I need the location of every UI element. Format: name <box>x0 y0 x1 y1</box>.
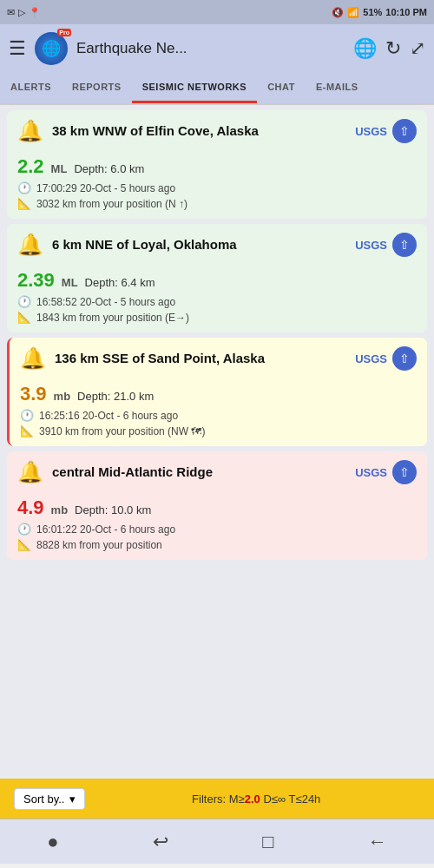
status-bar: ✉ ▷ 📍 🔇 📶 51% 10:10 PM <box>0 0 434 24</box>
tab-chat[interactable]: CHAT <box>257 73 306 103</box>
depth-2: Depth: 6.4 km <box>85 276 155 289</box>
compass-icon-4: 📐 <box>17 538 31 551</box>
tab-seismic-networks[interactable]: SEISMIC NETWORKS <box>132 73 257 103</box>
distance-row-3: 📐 3910 km from your position (NW 🗺) <box>20 424 417 437</box>
time-text: 10:10 PM <box>385 7 427 17</box>
magnitude-row-2: 2.39 ML Depth: 6.4 km <box>17 269 417 292</box>
filter-text: Filters: M≥2.0 D≤∞ T≤24h <box>92 792 420 806</box>
share-button-2[interactable]: ⇧ <box>392 233 417 257</box>
share-button-4[interactable]: ⇧ <box>392 460 417 484</box>
app-title: Earthquake Ne... <box>76 40 345 57</box>
card-header-4: 🔔 central Mid-Atlantic Ridge USGS ⇧ <box>7 451 427 493</box>
play-icon: ▷ <box>18 7 25 18</box>
location-1: 38 km WNW of Elfin Cove, Alaska <box>52 122 346 140</box>
earthquake-card-1[interactable]: 🔔 38 km WNW of Elfin Cove, Alaska USGS ⇧… <box>7 110 427 219</box>
magnitude-row-4: 4.9 mb Depth: 10.0 km <box>17 496 417 519</box>
time-2: 16:58:52 20-Oct - 5 hours ago <box>36 296 175 308</box>
earthquake-card-2[interactable]: 🔔 6 km NNE of Loyal, Oklahoma USGS ⇧ 2.3… <box>7 224 427 332</box>
sort-chevron-icon: ▾ <box>69 792 76 806</box>
distance-row-2: 📐 1843 km from your position (E→) <box>17 311 417 324</box>
location-3: 136 km SSE of Sand Point, Alaska <box>55 350 346 367</box>
source-badge-2: USGS <box>355 239 387 252</box>
header-actions: 🌐 ↻ ⤢ <box>353 37 425 60</box>
magnitude-unit-1: ML <box>51 162 68 175</box>
magnitude-value-3: 3.9 <box>20 383 47 405</box>
source-share-1: USGS ⇧ <box>355 119 417 143</box>
sort-label: Sort by.. <box>23 792 64 806</box>
magnitude-value-1: 2.2 <box>17 155 44 178</box>
clock-icon-1: 🕐 <box>17 181 31 194</box>
bottom-filter-bar: Sort by.. ▾ Filters: M≥2.0 D≤∞ T≤24h <box>0 779 434 819</box>
location-4: central Mid-Atlantic Ridge <box>52 464 346 481</box>
source-badge-3: USGS <box>355 352 387 365</box>
time-row-2: 🕐 16:58:52 20-Oct - 5 hours ago <box>17 295 417 308</box>
source-badge-4: USGS <box>355 466 387 479</box>
magnitude-row-3: 3.9 mb Depth: 21.0 km <box>20 383 417 405</box>
depth-3: Depth: 21.0 km <box>77 390 154 403</box>
distance-2: 1843 km from your position (E→) <box>36 312 189 324</box>
signal-icon: 📶 <box>347 7 359 18</box>
card-header-3: 🔔 136 km SSE of Sand Point, Alaska USGS … <box>10 338 427 379</box>
earthquake-card-3[interactable]: 🔔 136 km SSE of Sand Point, Alaska USGS … <box>7 338 427 446</box>
time-3: 16:25:16 20-Oct - 6 hours ago <box>39 410 178 422</box>
filter-time: T≤24h <box>289 792 321 806</box>
globe-icon[interactable]: 🌐 <box>353 37 377 60</box>
earthquake-icon-4: 🔔 <box>17 460 43 484</box>
card-details-2: 2.39 ML Depth: 6.4 km 🕐 16:58:52 20-Oct … <box>7 266 427 332</box>
filter-magnitude: 2.0 <box>245 792 260 806</box>
clock-icon-2: 🕐 <box>17 295 31 308</box>
app-logo: 🌐 Pro <box>35 32 68 65</box>
location-icon: 📍 <box>29 7 41 18</box>
compass-icon-2: 📐 <box>17 311 31 324</box>
earthquake-card-4[interactable]: 🔔 central Mid-Atlantic Ridge USGS ⇧ 4.9 … <box>7 451 427 560</box>
distance-3: 3910 km from your position (NW 🗺) <box>39 425 205 437</box>
time-1: 17:00:29 20-Oct - 5 hours ago <box>36 182 175 194</box>
time-row-3: 🕐 16:25:16 20-Oct - 6 hours ago <box>20 409 417 422</box>
magnitude-unit-2: ML <box>62 276 78 289</box>
back-icon[interactable]: ← <box>368 831 387 853</box>
card-header-2: 🔔 6 km NNE of Loyal, Oklahoma USGS ⇧ <box>7 224 427 266</box>
time-row-1: 🕐 17:00:29 20-Oct - 5 hours ago <box>17 181 417 194</box>
tab-reports[interactable]: REPORTS <box>62 73 132 103</box>
pro-badge: Pro <box>57 29 71 36</box>
status-right: 🔇 📶 51% 10:10 PM <box>332 7 427 18</box>
earthquake-icon-3: 🔔 <box>20 346 46 371</box>
refresh-icon[interactable]: ↻ <box>385 37 401 60</box>
magnitude-unit-3: mb <box>54 390 71 403</box>
expand-icon[interactable]: ⤢ <box>410 37 425 60</box>
magnitude-row-1: 2.2 ML Depth: 6.0 km <box>17 155 417 178</box>
home-icon[interactable]: □ <box>262 831 273 853</box>
source-share-2: USGS ⇧ <box>355 233 417 257</box>
tab-alerts[interactable]: ALERTS <box>0 73 62 103</box>
source-share-4: USGS ⇧ <box>355 460 417 484</box>
nav-tabs: ALERTS REPORTS SEISMIC NETWORKS CHAT E-M… <box>0 73 434 105</box>
dot-icon[interactable]: ● <box>47 831 58 853</box>
share-button-3[interactable]: ⇧ <box>392 346 417 371</box>
earthquake-list: 🔔 38 km WNW of Elfin Cove, Alaska USGS ⇧… <box>0 105 434 779</box>
magnitude-value-2: 2.39 <box>17 269 55 292</box>
filter-prefix: Filters: M≥ <box>192 792 245 806</box>
magnitude-value-4: 4.9 <box>17 496 44 519</box>
distance-4: 8828 km from your position <box>36 539 162 551</box>
tab-emails[interactable]: E-MAILS <box>306 73 369 103</box>
compass-icon-1: 📐 <box>17 197 31 210</box>
battery-text: 51% <box>363 7 382 17</box>
time-4: 16:01:22 20-Oct - 6 hours ago <box>36 523 175 536</box>
sort-button[interactable]: Sort by.. ▾ <box>14 788 85 810</box>
share-button-1[interactable]: ⇧ <box>392 119 417 143</box>
distance-row-4: 📐 8828 km from your position <box>17 538 417 551</box>
clock-icon-4: 🕐 <box>17 523 31 536</box>
app-header: ☰ 🌐 Pro Earthquake Ne... 🌐 ↻ ⤢ <box>0 24 434 73</box>
mail-icon: ✉ <box>7 7 15 18</box>
menu-icon[interactable]: ☰ <box>9 37 26 60</box>
earthquake-icon-2: 🔔 <box>17 233 43 257</box>
time-row-4: 🕐 16:01:22 20-Oct - 6 hours ago <box>17 523 417 536</box>
distance-1: 3032 km from your position (N ↑) <box>36 198 187 210</box>
compass-icon-3: 📐 <box>20 424 34 437</box>
nav-bottom-bar: ● ↩ □ ← <box>0 819 434 864</box>
location-2: 6 km NNE of Loyal, Oklahoma <box>52 236 346 253</box>
source-share-3: USGS ⇧ <box>355 346 417 371</box>
status-left-icons: ✉ ▷ 📍 <box>7 7 41 18</box>
depth-4: Depth: 10.0 km <box>75 503 151 516</box>
recent-apps-icon[interactable]: ↩ <box>153 831 168 853</box>
